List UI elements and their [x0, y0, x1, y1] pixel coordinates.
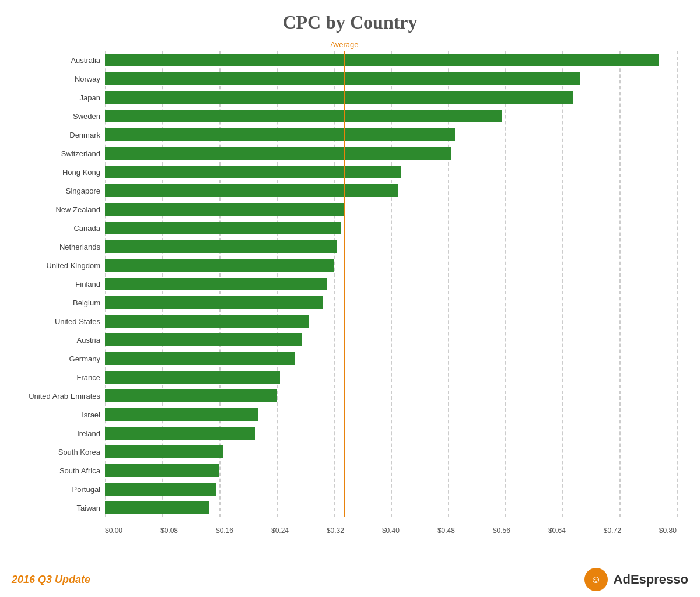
bar-label: Belgium: [15, 298, 105, 307]
adespresso-icon: ☺: [584, 568, 608, 591]
bar: [105, 315, 309, 328]
bar-label: New Zealand: [15, 205, 105, 214]
bar-row: France: [105, 371, 677, 384]
bar-label: Taiwan: [15, 504, 105, 512]
x-axis-label: $0.16: [216, 526, 233, 535]
bar-label: Hong Kong: [15, 168, 105, 177]
footer: 2016 Q3 Update ☺ AdEspresso: [12, 568, 688, 591]
bar-row: Norway: [105, 72, 677, 85]
bar-label: Austria: [15, 336, 105, 345]
bar: [105, 54, 659, 66]
bar-row: Singapore: [105, 184, 677, 197]
bar-label: South Korea: [15, 448, 105, 456]
bar-row: United Kingdom: [105, 259, 677, 272]
chart-area: AverageAustraliaNorwayJapanSwedenDenmark…: [105, 39, 677, 535]
bar: [105, 184, 398, 197]
x-axis-label: $0.40: [382, 526, 400, 535]
bar-label: Australia: [15, 56, 105, 65]
bar: [105, 110, 502, 122]
x-axis-label: $0.56: [493, 526, 510, 535]
bar-row: Taiwan: [105, 501, 677, 514]
bar-row: Denmark: [105, 128, 677, 141]
bar-label: Netherlands: [15, 243, 105, 251]
adespresso-name: AdEspresso: [614, 572, 688, 587]
bar: [105, 408, 258, 421]
bar: [105, 333, 302, 346]
chart-title: CPC by Country: [12, 12, 688, 33]
bar-row: Israel: [105, 408, 677, 421]
bar: [105, 352, 295, 365]
bar-row: New Zealand: [105, 203, 677, 216]
bar-label: Canada: [15, 224, 105, 233]
bar: [105, 91, 573, 104]
bar: [105, 278, 327, 290]
bar: [105, 222, 341, 234]
grid-line: [677, 51, 678, 517]
bar-label: Ireland: [15, 429, 105, 438]
bar: [105, 501, 209, 514]
bar-label: Japan: [15, 93, 105, 102]
bar-row: Austria: [105, 333, 677, 346]
bar: [105, 464, 219, 477]
x-axis-label: $0.32: [327, 526, 344, 535]
bar: [105, 259, 334, 272]
bar-label: Norway: [15, 75, 105, 83]
bar: [105, 147, 452, 160]
bar-row: United States: [105, 315, 677, 328]
bar-row: Australia: [105, 54, 677, 66]
bar-row: Germany: [105, 352, 677, 365]
x-axis: $0.00$0.08$0.16$0.24$0.32$0.40$0.48$0.56…: [105, 517, 677, 535]
bar-row: Sweden: [105, 110, 677, 122]
bar-label: United States: [15, 317, 105, 326]
footer-logo: ☺ AdEspresso: [584, 568, 688, 591]
bar: [105, 483, 216, 496]
x-axis-label: $0.80: [659, 526, 677, 535]
bar-label: Sweden: [15, 112, 105, 121]
bar: [105, 72, 580, 85]
bar-row: Canada: [105, 222, 677, 234]
bar-label: Switzerland: [15, 149, 105, 158]
bar-label: Denmark: [15, 131, 105, 139]
bar-label: Israel: [15, 410, 105, 419]
bar: [105, 445, 223, 458]
bar: [105, 427, 255, 440]
bar-row: Netherlands: [105, 240, 677, 253]
chart-container: CPC by Country AverageAustraliaNorwayJap…: [0, 0, 700, 597]
bars-container: AustraliaNorwayJapanSwedenDenmarkSwitzer…: [105, 51, 677, 517]
bar-label: France: [15, 373, 105, 382]
bar: [105, 296, 323, 309]
bar: [105, 166, 401, 178]
bar-row: Hong Kong: [105, 166, 677, 178]
average-line: [344, 51, 345, 517]
x-axis-label: $0.00: [105, 526, 123, 535]
x-axis-label: $0.64: [548, 526, 566, 535]
x-axis-label: $0.48: [438, 526, 455, 535]
bar-row: United Arab Emirates: [105, 389, 677, 402]
bar-row: Ireland: [105, 427, 677, 440]
bar-label: United Kingdom: [15, 261, 105, 270]
bar-row: Belgium: [105, 296, 677, 309]
bar-label: Finland: [15, 280, 105, 289]
bar-label: United Arab Emirates: [15, 392, 105, 401]
bar-row: Finland: [105, 278, 677, 290]
bar: [105, 371, 280, 384]
bar-row: Switzerland: [105, 147, 677, 160]
bar-label: Portugal: [15, 485, 105, 494]
footer-update-label: 2016 Q3 Update: [12, 574, 90, 586]
bar: [105, 240, 337, 253]
x-axis-label: $0.72: [604, 526, 621, 535]
x-axis-label: $0.08: [160, 526, 178, 535]
bar-row: South Korea: [105, 445, 677, 458]
bar-row: Japan: [105, 91, 677, 104]
bar-row: Portugal: [105, 483, 677, 496]
bar: [105, 128, 455, 141]
bar: [105, 389, 276, 402]
average-label: Average: [330, 40, 358, 49]
bar-label: South Africa: [15, 466, 105, 475]
bar: [105, 203, 344, 216]
x-axis-label: $0.24: [271, 526, 289, 535]
bar-label: Germany: [15, 354, 105, 363]
bar-row: South Africa: [105, 464, 677, 477]
bar-label: Singapore: [15, 187, 105, 195]
